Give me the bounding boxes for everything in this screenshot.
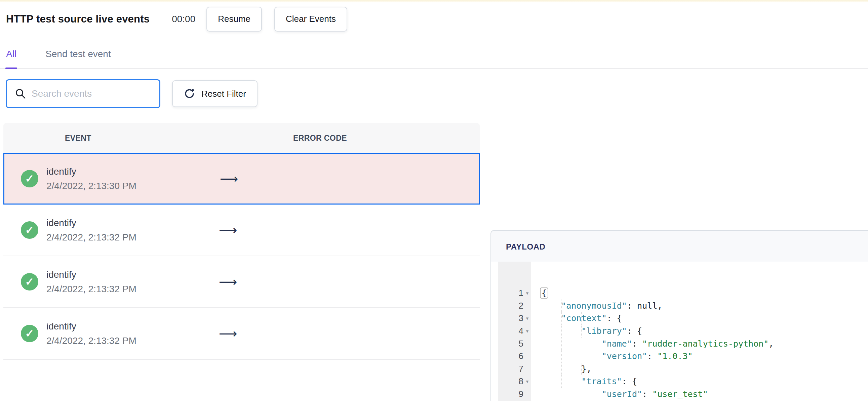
event-row[interactable]: ✓ identify 2/4/2022, 2:13:32 PM ⟶: [3, 256, 480, 308]
column-header-error-code: ERROR CODE: [293, 134, 347, 143]
event-info: identify 2/4/2022, 2:13:32 PM: [46, 269, 136, 295]
refresh-icon: [184, 88, 196, 100]
indent-guide: [561, 350, 562, 363]
reset-filter-button[interactable]: Reset Filter: [172, 80, 257, 107]
live-timer: 00:00: [172, 14, 195, 25]
code-line: 10▾ }: [491, 375, 868, 388]
event-name: identify: [46, 166, 136, 177]
event-timestamp: 2/4/2022, 2:13:32 PM: [46, 335, 136, 346]
page-title: HTTP test source live events: [6, 13, 150, 25]
event-info: identify 2/4/2022, 2:13:32 PM: [46, 218, 136, 243]
event-info: identify 2/4/2022, 2:13:30 PM: [46, 166, 136, 192]
indent-guide: [581, 325, 582, 337]
success-check-icon: ✓: [21, 170, 38, 188]
arrow-right-icon: ⟶: [219, 326, 237, 341]
tab-all[interactable]: All: [6, 49, 17, 68]
event-row[interactable]: ✓ identify 2/4/2022, 2:13:30 PM ⟶: [3, 153, 480, 204]
indent-guide: [561, 375, 562, 388]
code-line: 5▾ "name": "rudder-analytics-python",: [491, 312, 868, 325]
payload-header: PAYLOAD: [491, 231, 868, 252]
event-name: identify: [46, 218, 136, 228]
event-timestamp: 2/4/2022, 2:13:32 PM: [46, 232, 136, 243]
success-check-icon: ✓: [21, 325, 38, 342]
code-line: 4▾ "library": {: [491, 300, 868, 312]
success-check-icon: ✓: [21, 273, 38, 291]
code-line: 8▾ "traits": {: [491, 350, 868, 363]
events-table: EVENT ERROR CODE ✓ identify 2/4/2022, 2:…: [3, 123, 480, 360]
filter-row: Reset Filter: [0, 79, 868, 108]
code-line: 6▾ "version": "1.0.3": [491, 325, 868, 337]
search-icon: [15, 88, 26, 99]
search-events-box[interactable]: [6, 79, 160, 108]
payload-panel: PAYLOAD 1▾ { 2▾ "anonymousId": null, 3▾ …: [491, 230, 868, 401]
indent-guide: [581, 312, 582, 325]
indent-guide: [561, 325, 562, 337]
tab-bar: All Send test event: [0, 36, 868, 69]
table-body: ✓ identify 2/4/2022, 2:13:30 PM ⟶ ✓ iden…: [3, 153, 480, 360]
reset-filter-label: Reset Filter: [202, 89, 246, 99]
indent-guide: [581, 363, 582, 375]
indent-guide: [561, 312, 562, 325]
table-header: EVENT ERROR CODE: [3, 123, 480, 153]
code-line: 11▾ },: [491, 388, 868, 401]
event-timestamp: 2/4/2022, 2:13:32 PM: [46, 284, 136, 295]
code-line: 2▾ "anonymousId": null,: [491, 274, 868, 287]
event-row[interactable]: ✓ identify 2/4/2022, 2:13:32 PM ⟶: [3, 204, 480, 256]
top-banner-edge: [0, 0, 868, 2]
indent-guide: [561, 337, 562, 350]
indent-guide: [561, 363, 562, 375]
code-line: 9▾ "userId": "user_test": [491, 363, 868, 375]
payload-json-editor[interactable]: 1▾ { 2▾ "anonymousId": null, 3▾ "context…: [491, 262, 868, 401]
resume-button[interactable]: Resume: [207, 7, 262, 32]
event-name: identify: [46, 321, 136, 332]
code-line: 7▾ },: [491, 337, 868, 350]
search-input[interactable]: [32, 88, 146, 99]
page-header: HTTP test source live events 00:00 Resum…: [0, 2, 868, 36]
tab-send-test-event[interactable]: Send test event: [45, 49, 111, 68]
code-line: 1▾ {: [491, 262, 868, 274]
arrow-right-icon: ⟶: [219, 223, 237, 237]
code-line: 3▾ "context": {: [491, 287, 868, 300]
success-check-icon: ✓: [21, 221, 38, 239]
event-timestamp: 2/4/2022, 2:13:30 PM: [46, 181, 136, 192]
event-row[interactable]: ✓ identify 2/4/2022, 2:13:32 PM ⟶: [3, 308, 480, 360]
arrow-right-icon: ⟶: [219, 274, 237, 289]
arrow-right-icon: ⟶: [220, 171, 238, 186]
column-header-event: EVENT: [65, 134, 91, 143]
clear-events-button[interactable]: Clear Events: [274, 7, 347, 32]
event-name: identify: [46, 269, 136, 280]
event-info: identify 2/4/2022, 2:13:32 PM: [46, 321, 136, 346]
indent-guide: [561, 300, 562, 312]
